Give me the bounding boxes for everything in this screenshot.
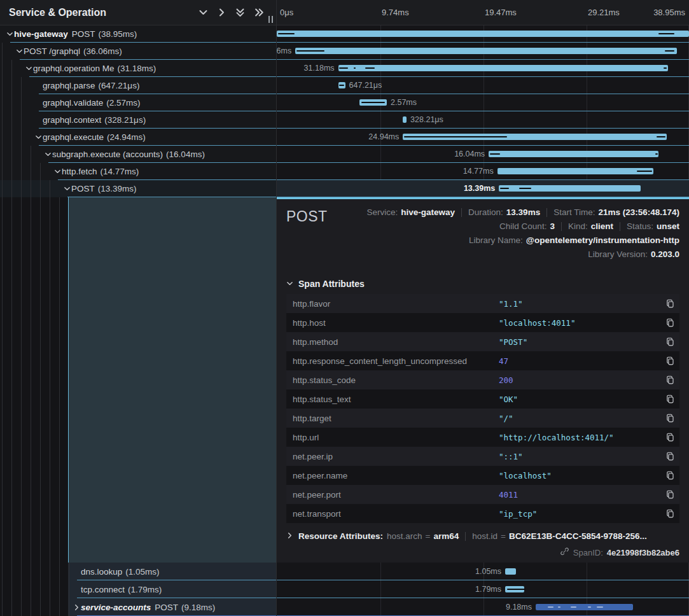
span-meta-line: Service:hive-gatewayDuration:13.39msStar…: [366, 206, 679, 219]
span-meta-line: Library Version:0.203.0: [588, 248, 679, 261]
timeline-row[interactable]: 14.77ms: [277, 163, 689, 180]
timeline-row[interactable]: 328.21μs: [277, 111, 689, 129]
span-attributes-toggle[interactable]: Span Attributes: [286, 279, 679, 289]
span-bar[interactable]: [505, 568, 516, 575]
chevron-down-icon[interactable]: [15, 48, 24, 55]
meta-value: client: [591, 221, 613, 231]
copy-value-button[interactable]: [663, 430, 677, 444]
copy-value-button[interactable]: [663, 335, 677, 349]
resource-attribute: host.arch=arm64: [387, 531, 459, 541]
span-bar[interactable]: [489, 151, 658, 157]
child-span-marker: [404, 136, 507, 137]
timeline-row[interactable]: 24.94ms: [277, 129, 689, 146]
span-bar[interactable]: [403, 116, 407, 123]
copy-value-button[interactable]: [663, 449, 677, 463]
resource-attribute: host.id=BC62E13B-C4CC-5854-9788-256...: [472, 531, 647, 541]
copy-value-button[interactable]: [663, 297, 677, 311]
copy-value-button[interactable]: [663, 373, 677, 387]
copy-value-button[interactable]: [663, 316, 677, 330]
span-meta-item: Duration:13.39ms: [468, 207, 540, 217]
span-tree-row[interactable]: graphql.execute(24.94ms): [0, 129, 276, 146]
attribute-key: http.target: [293, 414, 499, 423]
chevron-down-icon[interactable]: [53, 168, 62, 175]
copy-value-button[interactable]: [663, 354, 677, 368]
span-tree-row[interactable]: hive-gatewayPOST(38.95ms): [0, 25, 276, 43]
operation-name: graphql.parse: [43, 81, 95, 90]
operation-name: graphql.validate: [43, 98, 103, 108]
resource-attributes-title: Resource Attributes:: [298, 531, 383, 541]
span-tree-row[interactable]: dns.lookup(1.05ms): [0, 563, 276, 580]
span-bar[interactable]: [338, 65, 668, 71]
attribute-key: http.flavor: [293, 299, 499, 309]
chevron-right-icon[interactable]: [72, 604, 81, 611]
ruler-tick: 29.21ms: [588, 8, 620, 17]
link-icon[interactable]: [560, 547, 569, 558]
chevron-right-icon: [286, 531, 293, 541]
span-bar[interactable]: [277, 31, 689, 37]
attribute-value: "ip_tcp": [499, 509, 663, 519]
attribute-value: "OK": [499, 395, 663, 404]
expand-all-icon[interactable]: [252, 6, 265, 19]
indent-guide: [59, 197, 60, 616]
attribute-row: http.target"/": [286, 409, 679, 428]
span-title: POST: [286, 208, 328, 261]
meta-label: Child Count:: [499, 221, 546, 231]
copy-value-button[interactable]: [663, 487, 677, 501]
expand-children-icon[interactable]: [215, 6, 228, 19]
column-resizer[interactable]: [276, 0, 277, 616]
copy-value-button[interactable]: [663, 507, 677, 521]
timeline-row[interactable]: 31.18ms: [277, 60, 689, 77]
trace-viewer: 0μs9.74ms19.47ms29.21ms38.95ms 38.95ms36…: [0, 0, 689, 616]
tree-header: Service & Operation: [0, 0, 276, 25]
child-span-marker: [571, 606, 576, 608]
chevron-down-icon[interactable]: [43, 151, 52, 158]
timeline-row[interactable]: 13.39ms: [277, 180, 689, 197]
timeline-row[interactable]: 16.04ms: [277, 146, 689, 163]
child-span-marker: [339, 67, 348, 69]
span-tree-row[interactable]: http.fetch(14.77ms): [0, 163, 276, 180]
resource-attributes-toggle[interactable]: Resource Attributes: host.arch=arm64host…: [286, 531, 679, 541]
span-tree-row[interactable]: POST(13.39ms): [0, 180, 276, 197]
collapse-children-icon[interactable]: [197, 6, 209, 19]
span-tree-row[interactable]: graphql.validate(2.57ms): [0, 94, 276, 111]
span-tree-row[interactable]: POST /graphql(36.06ms): [0, 43, 276, 60]
meta-label: Kind:: [568, 221, 588, 231]
operation-name: graphql.operation Me: [33, 64, 115, 73]
span-tree-row[interactable]: subgraph.execute (accounts)(16.04ms): [0, 146, 276, 163]
chevron-down-icon[interactable]: [5, 31, 14, 38]
operation-name: POST: [155, 603, 178, 612]
timeline-row[interactable]: 2.57ms: [277, 94, 689, 111]
copy-value-button[interactable]: [663, 411, 677, 425]
span-tree-row[interactable]: graphql.parse(647.21μs): [0, 77, 276, 94]
meta-value: 0.203.0: [651, 249, 679, 259]
indent-guide: [11, 60, 12, 616]
timeline-row[interactable]: 38.95ms: [277, 25, 689, 43]
chevron-down-icon[interactable]: [62, 185, 71, 192]
span-tree-row[interactable]: graphql.operation Me(31.18ms): [0, 60, 276, 77]
bar-duration-label: 14.77ms: [463, 163, 494, 180]
span-duration: (24.94ms): [107, 132, 146, 142]
collapse-all-icon[interactable]: [233, 6, 246, 19]
column-resizer-grip[interactable]: [268, 16, 273, 23]
span-bar[interactable]: [498, 168, 654, 174]
span-attributes-title: Span Attributes: [298, 279, 365, 289]
span-bar[interactable]: [295, 48, 677, 54]
span-tree-row[interactable]: graphql.context(328.21μs): [0, 111, 276, 129]
attribute-row: http.url"http://localhost:4011/": [286, 428, 679, 447]
timeline-row[interactable]: 36.06ms: [277, 43, 689, 60]
attribute-key: net.peer.port: [293, 490, 499, 500]
chevron-down-icon[interactable]: [24, 65, 33, 72]
span-tree-row[interactable]: service-accountsPOST(9.18ms): [0, 598, 276, 616]
timeline-row[interactable]: 1.79ms: [277, 580, 689, 598]
timeline-row[interactable]: 1.05ms: [277, 563, 689, 580]
copy-value-button[interactable]: [663, 392, 677, 406]
span-tree-row[interactable]: tcp.connect(1.79ms): [0, 580, 276, 598]
indent-guide: [2, 43, 3, 616]
timeline-row[interactable]: 9.18ms: [277, 598, 689, 616]
span-meta-item: Library Version:0.203.0: [588, 249, 679, 259]
meta-value: hive-gateway: [401, 207, 455, 217]
timeline-ruler[interactable]: 0μs9.74ms19.47ms29.21ms38.95ms: [277, 0, 689, 25]
chevron-down-icon[interactable]: [34, 134, 43, 141]
timeline-row[interactable]: 647.21μs: [277, 77, 689, 94]
copy-value-button[interactable]: [663, 468, 677, 482]
